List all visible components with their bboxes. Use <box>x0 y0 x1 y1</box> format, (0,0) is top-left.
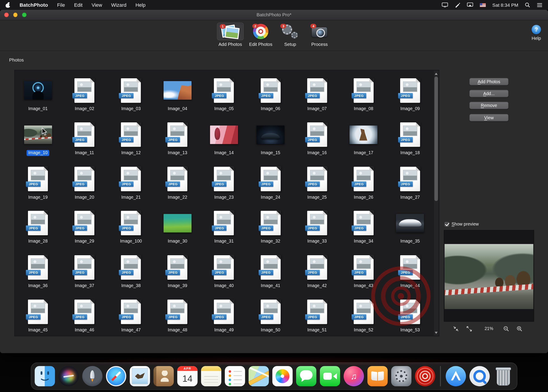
grid-item[interactable]: JPEGImage_34 <box>340 203 387 248</box>
grid-item[interactable]: JPEGImage_22 <box>154 159 201 203</box>
display-icon[interactable] <box>442 2 448 7</box>
display-mirroring-icon[interactable] <box>467 2 473 7</box>
grid-item[interactable]: JPEGImage_20 <box>61 159 108 203</box>
close-button[interactable] <box>4 13 9 17</box>
menu-help[interactable]: Help <box>136 2 146 8</box>
grid-item[interactable]: JPEGImage_52 <box>340 292 387 336</box>
grid-item[interactable]: JPEGImage_47 <box>108 292 154 336</box>
grid-item[interactable]: JPEGImage_53 <box>387 292 433 336</box>
grid-item[interactable]: JPEGImage_45 <box>15 292 61 336</box>
grid-item[interactable]: JPEGImage_03 <box>108 71 154 115</box>
toolbar-add-photos-button[interactable]: 1 Add Photos <box>217 23 243 47</box>
dock-icon-calendar[interactable]: APR14 <box>177 366 198 386</box>
stylus-icon[interactable] <box>455 2 460 7</box>
spotlight-search-icon[interactable] <box>525 2 530 7</box>
grid-item[interactable]: Image_17 <box>340 115 387 159</box>
dock-icon-siri[interactable] <box>58 366 79 386</box>
grid-item[interactable]: Image_30 <box>154 203 201 248</box>
dock-icon-safari[interactable] <box>106 366 126 386</box>
dock-icon-maps[interactable] <box>249 366 269 386</box>
show-preview-checkbox[interactable] <box>445 222 449 226</box>
grid-item[interactable]: JPEGImage_05 <box>201 71 247 115</box>
add-button[interactable]: Add... <box>469 90 508 97</box>
toolbar-setup-button[interactable]: 3 Setup <box>278 23 302 47</box>
remove-button[interactable]: Remove <box>469 102 508 109</box>
menu-file[interactable]: File <box>57 2 65 8</box>
grid-item[interactable]: JPEGImage_11 <box>61 115 108 159</box>
grid-item[interactable]: JPEGImage_26 <box>340 159 387 203</box>
grid-item[interactable]: Image_01 <box>15 71 61 115</box>
dock-icon-notes[interactable] <box>201 366 222 386</box>
dock-icon-finder[interactable] <box>35 366 55 386</box>
scroll-up-arrow[interactable] <box>434 71 439 76</box>
grid-item[interactable]: JPEGImage_44 <box>387 248 433 292</box>
grid-item[interactable]: Image_04 <box>154 71 201 115</box>
dock-icon-photos[interactable] <box>272 366 293 386</box>
dock-icon-mail[interactable] <box>130 366 150 386</box>
grid-item[interactable]: JPEGImage_41 <box>247 248 294 292</box>
minimize-button[interactable] <box>13 13 18 17</box>
us-flag-icon[interactable] <box>480 3 486 7</box>
dock-icon-ibooks[interactable] <box>368 366 388 386</box>
grid-item[interactable]: JPEGImage_16 <box>294 115 340 159</box>
grid-item[interactable]: JPEGImage_28 <box>15 203 61 248</box>
dock-icon-system-preferences[interactable] <box>391 366 412 386</box>
grid-item[interactable]: JPEGImage_100 <box>108 203 154 248</box>
menu-wizard[interactable]: Wizard <box>111 2 126 8</box>
grid-item[interactable]: JPEGImage_09 <box>387 71 433 115</box>
grid-item[interactable]: JPEGImage_02 <box>61 71 108 115</box>
scrollbar-thumb[interactable] <box>434 77 438 201</box>
grid-item[interactable]: JPEGImage_37 <box>61 248 108 292</box>
menu-view[interactable]: View <box>91 2 102 8</box>
apple-menu-icon[interactable] <box>6 2 11 8</box>
dock-icon-reminders[interactable] <box>225 366 245 386</box>
menu-clock[interactable]: Sat 8:34 PM <box>492 2 518 7</box>
grid-item[interactable]: JPEGImage_36 <box>15 248 61 292</box>
grid-item[interactable]: JPEGImage_43 <box>340 248 387 292</box>
grid-item[interactable]: Image_10 <box>15 115 61 159</box>
grid-item[interactable]: JPEGImage_06 <box>247 71 294 115</box>
dock-icon-quicktime[interactable] <box>469 366 490 386</box>
toolbar-help-button[interactable]: Help <box>532 22 541 41</box>
add-photos-button[interactable]: Add Photos <box>469 78 508 85</box>
dock-icon-batchphoto[interactable] <box>415 366 435 386</box>
grid-item[interactable]: JPEGImage_21 <box>108 159 154 203</box>
grid-item[interactable]: JPEGImage_27 <box>387 159 433 203</box>
dock-icon-facetime[interactable] <box>320 366 340 386</box>
toolbar-edit-photos-button[interactable]: 2 Edit Photos <box>249 23 272 47</box>
dock-icon-trash[interactable] <box>493 366 513 386</box>
grid-item[interactable]: Image_15 <box>247 115 294 159</box>
grid-item[interactable]: Image_14 <box>201 115 247 159</box>
zoom-out-icon[interactable] <box>503 326 509 332</box>
grid-item[interactable]: JPEGImage_12 <box>108 115 154 159</box>
grid-item[interactable]: JPEGImage_25 <box>294 159 340 203</box>
vertical-scrollbar[interactable] <box>433 71 439 336</box>
grid-item[interactable]: Image_35 <box>387 203 433 248</box>
scroll-down-arrow[interactable] <box>434 330 439 335</box>
grid-item[interactable]: JPEGImage_13 <box>154 115 201 159</box>
show-preview-label[interactable]: Show preview <box>451 222 479 227</box>
grid-item[interactable]: JPEGImage_51 <box>294 292 340 336</box>
grid-item[interactable]: JPEGImage_42 <box>294 248 340 292</box>
zoom-in-icon[interactable] <box>516 326 522 332</box>
grid-item[interactable]: JPEGImage_24 <box>247 159 294 203</box>
dock-icon-messages[interactable] <box>296 366 317 386</box>
dock-icon-app-store[interactable] <box>445 366 466 386</box>
zoom-button[interactable] <box>22 13 26 17</box>
dock-icon-launchpad[interactable] <box>82 366 103 386</box>
grid-item[interactable]: JPEGImage_38 <box>108 248 154 292</box>
grid-item[interactable]: JPEGImage_46 <box>61 292 108 336</box>
notification-center-icon[interactable] <box>537 3 542 7</box>
toolbar-process-button[interactable]: 4 Process <box>308 23 331 47</box>
show-preview-toggle[interactable]: Show preview <box>445 222 479 227</box>
menu-edit[interactable]: Edit <box>74 2 83 8</box>
grid-item[interactable]: JPEGImage_08 <box>340 71 387 115</box>
grid-item[interactable]: JPEGImage_49 <box>201 292 247 336</box>
grid-item[interactable]: JPEGImage_29 <box>61 203 108 248</box>
grid-item[interactable]: JPEGImage_40 <box>201 248 247 292</box>
grid-item[interactable]: JPEGImage_31 <box>201 203 247 248</box>
grid-item[interactable]: JPEGImage_33 <box>294 203 340 248</box>
dock-icon-itunes[interactable] <box>344 366 364 386</box>
grid-item[interactable]: JPEGImage_39 <box>154 248 201 292</box>
grid-item[interactable]: JPEGImage_19 <box>15 159 61 203</box>
